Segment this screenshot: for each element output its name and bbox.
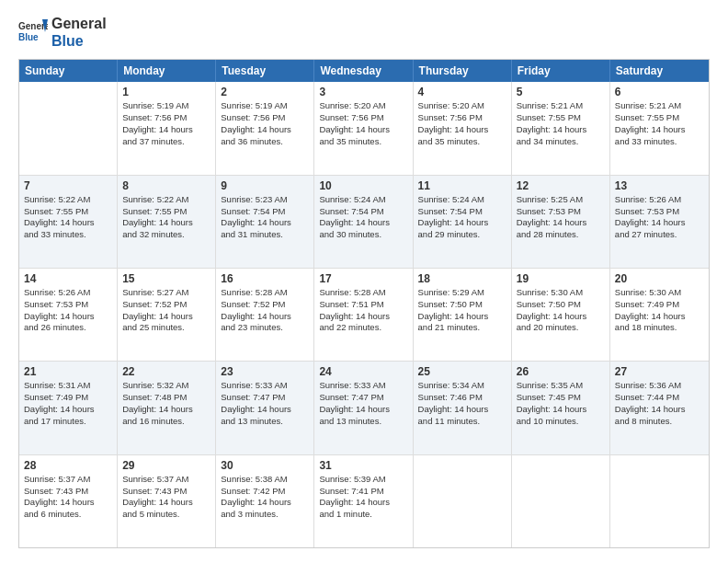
calendar-cell [414,455,512,547]
day-number: 25 [418,365,506,378]
day-number: 20 [615,272,704,285]
cell-info: Sunrise: 5:32 AM Sunset: 7:48 PM Dayligh… [122,380,210,427]
cell-info: Sunrise: 5:24 AM Sunset: 7:54 PM Dayligh… [418,194,506,241]
cell-info: Sunrise: 5:35 AM Sunset: 7:45 PM Dayligh… [517,380,605,427]
logo-svg: General Blue [18,17,48,47]
cell-info: Sunrise: 5:37 AM Sunset: 7:43 PM Dayligh… [24,474,112,521]
day-number: 1 [122,86,210,98]
header-cell-sunday: Sunday [19,60,118,82]
calendar-cell: 2Sunrise: 5:19 AM Sunset: 7:56 PM Daylig… [216,82,314,174]
day-number: 3 [319,86,407,98]
calendar-body: 1Sunrise: 5:19 AM Sunset: 7:56 PM Daylig… [19,82,709,547]
calendar-cell: 19Sunrise: 5:30 AM Sunset: 7:50 PM Dayli… [512,269,610,361]
calendar-cell: 23Sunrise: 5:33 AM Sunset: 7:47 PM Dayli… [216,362,314,454]
cell-info: Sunrise: 5:33 AM Sunset: 7:47 PM Dayligh… [221,380,309,427]
cell-info: Sunrise: 5:30 AM Sunset: 7:50 PM Dayligh… [517,287,605,334]
day-number: 27 [615,365,704,378]
calendar-cell: 28Sunrise: 5:37 AM Sunset: 7:43 PM Dayli… [19,455,118,547]
header-cell-tuesday: Tuesday [216,60,314,82]
day-number: 22 [122,365,210,378]
calendar-cell: 5Sunrise: 5:21 AM Sunset: 7:55 PM Daylig… [512,82,610,174]
logo-blue-text: Blue [51,32,107,50]
calendar-cell: 17Sunrise: 5:28 AM Sunset: 7:51 PM Dayli… [314,269,413,361]
day-number: 10 [319,179,407,192]
logo: General Blue General Blue [18,15,107,50]
day-number: 23 [221,365,309,378]
calendar-cell: 9Sunrise: 5:23 AM Sunset: 7:54 PM Daylig… [216,176,314,268]
day-number: 24 [319,365,407,378]
calendar-cell: 4Sunrise: 5:20 AM Sunset: 7:56 PM Daylig… [414,82,512,174]
cell-info: Sunrise: 5:39 AM Sunset: 7:41 PM Dayligh… [319,474,407,521]
cell-info: Sunrise: 5:36 AM Sunset: 7:44 PM Dayligh… [615,380,704,427]
day-number: 9 [221,179,309,192]
calendar-row-3: 21Sunrise: 5:31 AM Sunset: 7:49 PM Dayli… [19,362,709,454]
calendar-cell [512,455,610,547]
calendar-cell: 7Sunrise: 5:22 AM Sunset: 7:55 PM Daylig… [19,176,118,268]
day-number: 29 [122,459,210,472]
cell-info: Sunrise: 5:26 AM Sunset: 7:53 PM Dayligh… [615,194,704,241]
cell-info: Sunrise: 5:27 AM Sunset: 7:52 PM Dayligh… [122,287,210,334]
day-number: 8 [122,179,210,192]
cell-info: Sunrise: 5:28 AM Sunset: 7:51 PM Dayligh… [319,287,407,334]
day-number: 2 [221,86,309,98]
cell-info: Sunrise: 5:33 AM Sunset: 7:47 PM Dayligh… [319,380,407,427]
cell-info: Sunrise: 5:34 AM Sunset: 7:46 PM Dayligh… [418,380,506,427]
logo-general-text: General [51,15,107,32]
day-number: 18 [418,272,506,285]
cell-info: Sunrise: 5:30 AM Sunset: 7:49 PM Dayligh… [615,287,704,334]
cell-info: Sunrise: 5:28 AM Sunset: 7:52 PM Dayligh… [221,287,309,334]
day-number: 15 [122,272,210,285]
calendar-cell: 13Sunrise: 5:26 AM Sunset: 7:53 PM Dayli… [610,176,709,268]
calendar-cell: 12Sunrise: 5:25 AM Sunset: 7:53 PM Dayli… [512,176,610,268]
cell-info: Sunrise: 5:21 AM Sunset: 7:55 PM Dayligh… [517,100,605,147]
cell-info: Sunrise: 5:37 AM Sunset: 7:43 PM Dayligh… [122,474,210,521]
day-number: 5 [517,86,605,98]
calendar-header-row: SundayMondayTuesdayWednesdayThursdayFrid… [19,60,709,82]
calendar-cell [610,455,709,547]
day-number: 11 [418,179,506,192]
calendar-cell: 22Sunrise: 5:32 AM Sunset: 7:48 PM Dayli… [118,362,216,454]
calendar-row-2: 14Sunrise: 5:26 AM Sunset: 7:53 PM Dayli… [19,269,709,362]
header-cell-saturday: Saturday [610,60,709,82]
cell-info: Sunrise: 5:25 AM Sunset: 7:53 PM Dayligh… [517,194,605,241]
calendar-cell: 14Sunrise: 5:26 AM Sunset: 7:53 PM Dayli… [19,269,118,361]
calendar-cell: 18Sunrise: 5:29 AM Sunset: 7:50 PM Dayli… [414,269,512,361]
calendar-cell: 27Sunrise: 5:36 AM Sunset: 7:44 PM Dayli… [610,362,709,454]
calendar-cell: 20Sunrise: 5:30 AM Sunset: 7:49 PM Dayli… [610,269,709,361]
svg-text:Blue: Blue [18,32,39,42]
day-number: 17 [319,272,407,285]
day-number: 6 [615,86,704,98]
day-number: 19 [517,272,605,285]
cell-info: Sunrise: 5:24 AM Sunset: 7:54 PM Dayligh… [319,194,407,241]
calendar-cell: 29Sunrise: 5:37 AM Sunset: 7:43 PM Dayli… [118,455,216,547]
calendar-row-1: 7Sunrise: 5:22 AM Sunset: 7:55 PM Daylig… [19,176,709,269]
calendar-cell: 15Sunrise: 5:27 AM Sunset: 7:52 PM Dayli… [118,269,216,361]
header: General Blue General Blue [18,15,710,50]
calendar-cell: 6Sunrise: 5:21 AM Sunset: 7:55 PM Daylig… [610,82,709,174]
cell-info: Sunrise: 5:21 AM Sunset: 7:55 PM Dayligh… [615,100,704,147]
page: General Blue General Blue SundayMondayTu… [0,0,728,563]
calendar-cell: 30Sunrise: 5:38 AM Sunset: 7:42 PM Dayli… [216,455,314,547]
day-number: 4 [418,86,506,98]
cell-info: Sunrise: 5:20 AM Sunset: 7:56 PM Dayligh… [319,100,407,147]
cell-info: Sunrise: 5:23 AM Sunset: 7:54 PM Dayligh… [221,194,309,241]
header-cell-wednesday: Wednesday [314,60,413,82]
calendar-cell: 26Sunrise: 5:35 AM Sunset: 7:45 PM Dayli… [512,362,610,454]
cell-info: Sunrise: 5:29 AM Sunset: 7:50 PM Dayligh… [418,287,506,334]
day-number: 28 [24,459,112,472]
cell-info: Sunrise: 5:22 AM Sunset: 7:55 PM Dayligh… [122,194,210,241]
calendar: SundayMondayTuesdayWednesdayThursdayFrid… [18,59,710,548]
day-number: 26 [517,365,605,378]
cell-info: Sunrise: 5:20 AM Sunset: 7:56 PM Dayligh… [418,100,506,147]
day-number: 7 [24,179,112,192]
day-number: 16 [221,272,309,285]
calendar-cell: 16Sunrise: 5:28 AM Sunset: 7:52 PM Dayli… [216,269,314,361]
calendar-cell: 31Sunrise: 5:39 AM Sunset: 7:41 PM Dayli… [314,455,413,547]
cell-info: Sunrise: 5:26 AM Sunset: 7:53 PM Dayligh… [24,287,112,334]
calendar-cell: 21Sunrise: 5:31 AM Sunset: 7:49 PM Dayli… [19,362,118,454]
day-number: 13 [615,179,704,192]
day-number: 31 [319,459,407,472]
calendar-cell: 25Sunrise: 5:34 AM Sunset: 7:46 PM Dayli… [414,362,512,454]
cell-info: Sunrise: 5:22 AM Sunset: 7:55 PM Dayligh… [24,194,112,241]
day-number: 21 [24,365,112,378]
